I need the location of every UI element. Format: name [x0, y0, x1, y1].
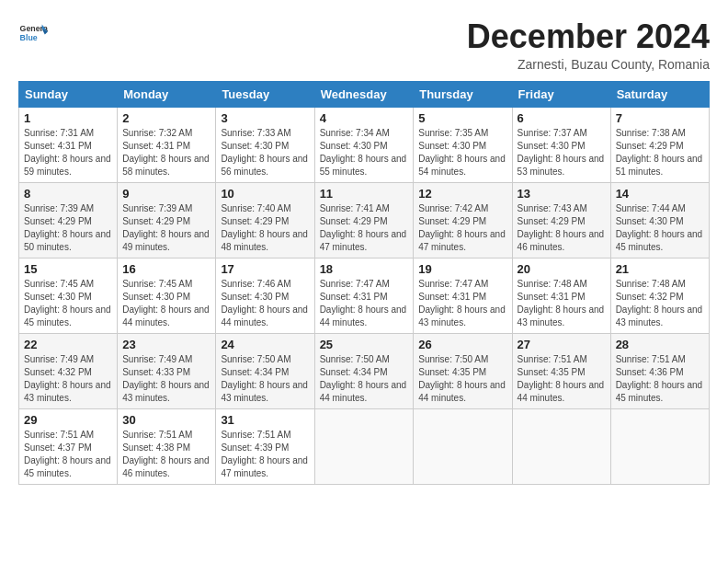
- weekday-header-wednesday: Wednesday: [314, 81, 414, 107]
- day-number: 18: [320, 262, 409, 276]
- day-info: Sunrise: 7:47 AMSunset: 4:31 PMDaylight:…: [418, 278, 506, 329]
- calendar-cell: 1Sunrise: 7:31 AMSunset: 4:31 PMDaylight…: [19, 107, 118, 182]
- calendar-cell: 12Sunrise: 7:42 AMSunset: 4:29 PMDayligh…: [414, 182, 512, 258]
- day-info: Sunrise: 7:51 AMSunset: 4:39 PMDaylight:…: [221, 429, 309, 480]
- calendar-header-row: SundayMondayTuesdayWednesdayThursdayFrid…: [19, 81, 710, 107]
- calendar-cell: 14Sunrise: 7:44 AMSunset: 4:30 PMDayligh…: [610, 182, 709, 258]
- calendar-cell: 23Sunrise: 7:49 AMSunset: 4:33 PMDayligh…: [118, 333, 216, 408]
- calendar-cell: [610, 408, 709, 484]
- calendar-cell: 4Sunrise: 7:34 AMSunset: 4:30 PMDaylight…: [314, 107, 414, 182]
- day-number: 14: [616, 187, 704, 201]
- day-number: 29: [24, 413, 112, 427]
- calendar-table: SundayMondayTuesdayWednesdayThursdayFrid…: [18, 81, 710, 485]
- calendar-cell: 22Sunrise: 7:49 AMSunset: 4:32 PMDayligh…: [19, 333, 118, 408]
- day-number: 31: [221, 413, 309, 427]
- day-info: Sunrise: 7:42 AMSunset: 4:29 PMDaylight:…: [418, 202, 506, 254]
- day-info: Sunrise: 7:50 AMSunset: 4:34 PMDaylight:…: [221, 353, 309, 405]
- day-number: 16: [122, 262, 210, 276]
- day-info: Sunrise: 7:51 AMSunset: 4:37 PMDaylight:…: [24, 429, 112, 480]
- day-info: Sunrise: 7:32 AMSunset: 4:31 PMDaylight:…: [122, 127, 210, 178]
- day-info: Sunrise: 7:37 AMSunset: 4:30 PMDaylight:…: [518, 127, 606, 178]
- calendar-week-row: 8Sunrise: 7:39 AMSunset: 4:29 PMDaylight…: [19, 182, 710, 258]
- day-info: Sunrise: 7:51 AMSunset: 4:38 PMDaylight:…: [122, 429, 210, 480]
- day-info: Sunrise: 7:49 AMSunset: 4:33 PMDaylight:…: [122, 353, 210, 405]
- calendar-cell: 31Sunrise: 7:51 AMSunset: 4:39 PMDayligh…: [216, 408, 314, 484]
- day-info: Sunrise: 7:33 AMSunset: 4:30 PMDaylight:…: [221, 127, 309, 178]
- day-info: Sunrise: 7:48 AMSunset: 4:32 PMDaylight:…: [616, 278, 704, 329]
- calendar-cell: 27Sunrise: 7:51 AMSunset: 4:35 PMDayligh…: [512, 333, 610, 408]
- day-number: 11: [320, 187, 409, 201]
- weekday-header-friday: Friday: [512, 81, 610, 107]
- day-number: 28: [616, 338, 704, 351]
- day-number: 12: [418, 187, 506, 201]
- day-info: Sunrise: 7:51 AMSunset: 4:35 PMDaylight:…: [518, 353, 606, 405]
- day-info: Sunrise: 7:47 AMSunset: 4:31 PMDaylight:…: [320, 278, 409, 329]
- calendar-cell: 20Sunrise: 7:48 AMSunset: 4:31 PMDayligh…: [512, 258, 610, 333]
- calendar-cell: 25Sunrise: 7:50 AMSunset: 4:34 PMDayligh…: [314, 333, 414, 408]
- svg-text:Blue: Blue: [20, 33, 38, 42]
- calendar-cell: 19Sunrise: 7:47 AMSunset: 4:31 PMDayligh…: [414, 258, 512, 333]
- calendar-cell: 26Sunrise: 7:50 AMSunset: 4:35 PMDayligh…: [414, 333, 512, 408]
- calendar-cell: 16Sunrise: 7:45 AMSunset: 4:30 PMDayligh…: [118, 258, 216, 333]
- day-number: 1: [24, 111, 112, 125]
- day-info: Sunrise: 7:39 AMSunset: 4:29 PMDaylight:…: [24, 202, 112, 254]
- calendar-body: 1Sunrise: 7:31 AMSunset: 4:31 PMDaylight…: [19, 107, 710, 484]
- calendar-cell: 2Sunrise: 7:32 AMSunset: 4:31 PMDaylight…: [118, 107, 216, 182]
- calendar-cell: 28Sunrise: 7:51 AMSunset: 4:36 PMDayligh…: [610, 333, 709, 408]
- day-number: 6: [518, 111, 606, 125]
- weekday-header-monday: Monday: [118, 81, 216, 107]
- calendar-cell: 8Sunrise: 7:39 AMSunset: 4:29 PMDaylight…: [19, 182, 118, 258]
- day-info: Sunrise: 7:44 AMSunset: 4:30 PMDaylight:…: [616, 202, 704, 254]
- weekday-header-thursday: Thursday: [414, 81, 512, 107]
- day-number: 5: [418, 111, 506, 125]
- day-info: Sunrise: 7:48 AMSunset: 4:31 PMDaylight:…: [518, 278, 606, 329]
- calendar-cell: 30Sunrise: 7:51 AMSunset: 4:38 PMDayligh…: [118, 408, 216, 484]
- month-title: December 2024: [467, 18, 710, 55]
- weekday-header-tuesday: Tuesday: [216, 81, 314, 107]
- calendar-cell: [512, 408, 610, 484]
- day-number: 3: [221, 111, 309, 125]
- day-info: Sunrise: 7:50 AMSunset: 4:34 PMDaylight:…: [320, 353, 409, 405]
- day-number: 8: [24, 187, 112, 201]
- calendar-week-row: 1Sunrise: 7:31 AMSunset: 4:31 PMDaylight…: [19, 107, 710, 182]
- calendar-cell: 17Sunrise: 7:46 AMSunset: 4:30 PMDayligh…: [216, 258, 314, 333]
- day-number: 24: [221, 338, 309, 351]
- calendar-cell: 3Sunrise: 7:33 AMSunset: 4:30 PMDaylight…: [216, 107, 314, 182]
- calendar-week-row: 29Sunrise: 7:51 AMSunset: 4:37 PMDayligh…: [19, 408, 710, 484]
- calendar-cell: 21Sunrise: 7:48 AMSunset: 4:32 PMDayligh…: [610, 258, 709, 333]
- day-info: Sunrise: 7:41 AMSunset: 4:29 PMDaylight:…: [320, 202, 409, 254]
- day-number: 17: [221, 262, 309, 276]
- calendar-cell: 10Sunrise: 7:40 AMSunset: 4:29 PMDayligh…: [216, 182, 314, 258]
- day-info: Sunrise: 7:49 AMSunset: 4:32 PMDaylight:…: [24, 353, 112, 405]
- day-info: Sunrise: 7:45 AMSunset: 4:30 PMDaylight:…: [24, 278, 112, 329]
- calendar-cell: 15Sunrise: 7:45 AMSunset: 4:30 PMDayligh…: [19, 258, 118, 333]
- day-number: 19: [418, 262, 506, 276]
- weekday-header-sunday: Sunday: [19, 81, 118, 107]
- calendar-week-row: 15Sunrise: 7:45 AMSunset: 4:30 PMDayligh…: [19, 258, 710, 333]
- day-info: Sunrise: 7:51 AMSunset: 4:36 PMDaylight:…: [616, 353, 704, 405]
- weekday-header-saturday: Saturday: [610, 81, 709, 107]
- day-info: Sunrise: 7:45 AMSunset: 4:30 PMDaylight:…: [122, 278, 210, 329]
- calendar-cell: [314, 408, 414, 484]
- day-number: 10: [221, 187, 309, 201]
- day-number: 26: [418, 338, 506, 351]
- day-number: 25: [320, 338, 409, 351]
- calendar-cell: 6Sunrise: 7:37 AMSunset: 4:30 PMDaylight…: [512, 107, 610, 182]
- day-info: Sunrise: 7:50 AMSunset: 4:35 PMDaylight:…: [418, 353, 506, 405]
- day-number: 7: [616, 111, 704, 125]
- day-number: 30: [122, 413, 210, 427]
- day-number: 23: [122, 338, 210, 351]
- calendar-cell: 29Sunrise: 7:51 AMSunset: 4:37 PMDayligh…: [19, 408, 118, 484]
- calendar-cell: 18Sunrise: 7:47 AMSunset: 4:31 PMDayligh…: [314, 258, 414, 333]
- day-number: 9: [122, 187, 210, 201]
- calendar-cell: 24Sunrise: 7:50 AMSunset: 4:34 PMDayligh…: [216, 333, 314, 408]
- day-info: Sunrise: 7:35 AMSunset: 4:30 PMDaylight:…: [418, 127, 506, 178]
- day-number: 21: [616, 262, 704, 276]
- calendar-cell: [414, 408, 512, 484]
- day-number: 22: [24, 338, 112, 351]
- day-info: Sunrise: 7:40 AMSunset: 4:29 PMDaylight:…: [221, 202, 309, 254]
- calendar-cell: 13Sunrise: 7:43 AMSunset: 4:29 PMDayligh…: [512, 182, 610, 258]
- day-info: Sunrise: 7:46 AMSunset: 4:30 PMDaylight:…: [221, 278, 309, 329]
- day-number: 13: [518, 187, 606, 201]
- day-number: 20: [518, 262, 606, 276]
